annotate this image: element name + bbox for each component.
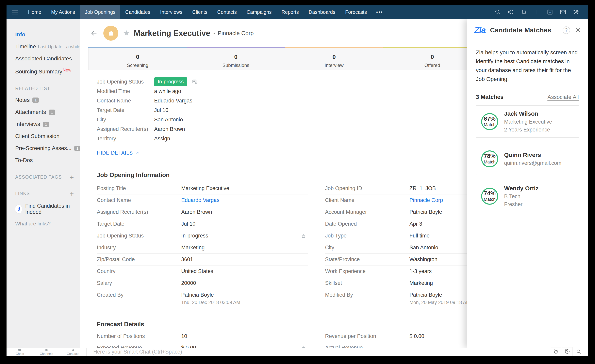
- history-button[interactable]: [562, 347, 573, 356]
- chats-dock[interactable]: Chats: [7, 348, 33, 356]
- stage-label: Submissions: [187, 62, 285, 68]
- sidebar-item-attachments[interactable]: Attachments1: [15, 109, 75, 115]
- contacts-dock[interactable]: Contacts: [60, 348, 86, 356]
- field-label: Created By: [97, 292, 181, 298]
- stage-label: Interview: [285, 62, 383, 68]
- reminders-button[interactable]: [551, 347, 561, 356]
- sidebar-item-sourcing-summary[interactable]: Sourcing SummaryNew: [15, 68, 75, 75]
- quick-row-territory: Territory Assign: [97, 134, 198, 143]
- client-name-link[interactable]: Pinnacle Corp: [410, 197, 443, 203]
- sidebar-item-associated-candidates[interactable]: Associated Candidates: [15, 55, 75, 62]
- nav-item-dashboards[interactable]: Dashboards: [304, 5, 340, 19]
- nav-more-icon[interactable]: •••: [372, 5, 388, 19]
- info-row-job-opening-id: Job Opening ID ZR_1_JOB: [325, 183, 482, 194]
- field-value: San Antonio: [410, 245, 438, 251]
- sidebar-item-to-dos[interactable]: To-Dos: [15, 157, 75, 164]
- sidebar-item-indeed-link[interactable]: i Find Candidates in Indeed: [15, 203, 75, 215]
- nav-item-interviews[interactable]: Interviews: [155, 5, 187, 19]
- add-link-icon[interactable]: +: [70, 190, 74, 198]
- nav-item-job-openings[interactable]: Job Openings: [80, 5, 120, 19]
- sidebar-item-info[interactable]: Info: [15, 31, 75, 38]
- field-value: San Antonio: [154, 117, 183, 123]
- info-row-salary: Salary 20000: [97, 277, 308, 289]
- candidate-detail: quinn.rivers@gmail.com: [504, 160, 561, 166]
- contact-name-link[interactable]: Eduardo Vargas: [181, 197, 219, 203]
- add-tag-icon[interactable]: +: [70, 173, 74, 182]
- field-value: Patricia Boyle Mon, 20 May 2019 09:18 AM: [410, 292, 470, 305]
- field-label: Account Manager: [325, 209, 410, 215]
- nav-item-contacts[interactable]: Contacts: [212, 5, 242, 19]
- stage-submissions[interactable]: 0 Submissions: [187, 48, 285, 68]
- associate-all-link[interactable]: Associate All: [547, 94, 579, 100]
- nav-item-candidates[interactable]: Candidates: [120, 5, 155, 19]
- nav-item-campaigns[interactable]: Campaigns: [242, 5, 276, 19]
- interviews-count-badge: 1: [43, 122, 49, 127]
- match-label: Match: [484, 197, 496, 202]
- field-value: Full time: [410, 233, 430, 239]
- status-history-icon[interactable]: [192, 79, 198, 85]
- add-icon[interactable]: [532, 8, 541, 16]
- nav-item-reports[interactable]: Reports: [276, 5, 304, 19]
- field-label: Revenue per Position: [325, 333, 410, 339]
- assign-territory-link[interactable]: Assign: [154, 136, 170, 142]
- nav-item-clients[interactable]: Clients: [187, 5, 212, 19]
- field-value: 10: [181, 333, 187, 339]
- candidate-card[interactable]: 74% Match Wendy Ortiz B.Tech Fresher: [476, 180, 579, 212]
- chat-search-button[interactable]: [574, 347, 584, 356]
- smart-chat-bar: Chats Channels Contacts: [7, 348, 588, 356]
- hide-details-button[interactable]: HIDE DETAILS: [97, 150, 140, 156]
- field-label: Target Date: [97, 221, 181, 227]
- candidate-card[interactable]: 87% Match Jack Wilson Marketing Executiv…: [476, 105, 579, 137]
- pre-screening-count-badge: 1: [74, 146, 80, 151]
- close-icon[interactable]: [575, 27, 581, 33]
- info-row-zip: Zip/Postal Code 3601: [97, 254, 308, 266]
- smart-chat-input[interactable]: [86, 348, 551, 356]
- field-value: United States: [181, 268, 213, 274]
- sidebar-item-timeline[interactable]: TimelineLast Update : a while ago: [15, 43, 75, 50]
- field-value: Apr 3: [410, 221, 422, 227]
- field-label: Job Opening Status: [97, 233, 181, 239]
- quick-row-modified-time: Modified Time a while ago: [97, 86, 198, 96]
- field-value: 3601: [181, 256, 193, 262]
- field-label: Posting Title: [97, 185, 181, 192]
- timeline-label: Timeline: [15, 43, 36, 49]
- hamburger-menu-icon[interactable]: [7, 5, 23, 19]
- quick-row-target-date: Target Date Jul 10: [97, 105, 198, 115]
- field-label: Industry: [97, 245, 181, 251]
- nav-item-my-actions[interactable]: My Actions: [46, 5, 80, 19]
- what-are-links[interactable]: What are links?: [15, 221, 75, 227]
- stage-interview[interactable]: 0 Interview: [285, 48, 383, 68]
- help-icon[interactable]: ?: [563, 27, 570, 34]
- sidebar: Info TimelineLast Update : a while ago A…: [7, 19, 80, 348]
- search-icon[interactable]: [493, 8, 502, 16]
- notifications-bell-icon[interactable]: [519, 8, 528, 16]
- announcement-icon[interactable]: [506, 8, 515, 16]
- stage-screening[interactable]: 0 Screening: [89, 48, 187, 68]
- candidate-detail: 2 Years Experience: [504, 127, 552, 133]
- notes-label: Notes: [15, 97, 30, 103]
- sidebar-item-interviews[interactable]: Interviews1: [15, 121, 75, 127]
- field-value: 1-3 years: [410, 268, 432, 274]
- nav-item-home[interactable]: Home: [23, 5, 46, 19]
- back-arrow-icon[interactable]: [88, 27, 100, 39]
- sidebar-item-notes[interactable]: Notes1: [15, 97, 75, 103]
- hiring-pipeline: 0 Screening 0 Submissions 0 Interview 0 …: [88, 47, 482, 70]
- star-favorite-icon[interactable]: ★: [123, 29, 130, 37]
- chevron-up-icon: [135, 151, 140, 155]
- channels-dock[interactable]: Channels: [33, 348, 60, 356]
- mail-icon[interactable]: [559, 8, 567, 16]
- field-value: Patricia Boyle: [410, 209, 442, 215]
- links-label: LINKS: [15, 191, 30, 196]
- nav-item-forecasts[interactable]: Forecasts: [340, 5, 372, 19]
- job-info-section-title: Job Opening Information: [97, 172, 170, 179]
- calendar-icon[interactable]: 31: [545, 8, 554, 16]
- forecast-row-positions: Number of Positions 10: [97, 331, 308, 342]
- tools-icon[interactable]: [572, 8, 580, 16]
- svg-text:31: 31: [549, 11, 551, 14]
- sidebar-item-client-submission[interactable]: Client Submission: [15, 133, 75, 139]
- field-label: Country: [97, 268, 181, 274]
- field-value: Marketing: [181, 245, 205, 251]
- candidate-card[interactable]: 78% Match Quinn Rivers quinn.rivers@gmai…: [476, 143, 579, 175]
- sidebar-item-pre-screening[interactable]: Pre-Screening Asses...1: [15, 145, 75, 151]
- history-clock-icon: [564, 349, 570, 355]
